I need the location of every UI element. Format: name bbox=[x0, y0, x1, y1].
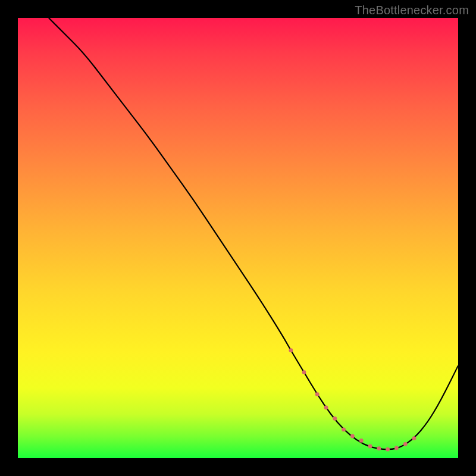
highlight-dot bbox=[386, 447, 390, 452]
highlight-dot bbox=[315, 392, 320, 396]
highlight-dots bbox=[289, 348, 416, 451]
highlight-dot bbox=[359, 439, 364, 443]
curve-svg bbox=[18, 18, 458, 458]
highlight-dot bbox=[394, 446, 399, 450]
highlight-dot bbox=[377, 446, 381, 450]
highlight-dot bbox=[302, 370, 306, 374]
chart-frame: TheBottlenecker.com bbox=[0, 0, 476, 476]
highlight-dot bbox=[350, 434, 355, 439]
watermark-text: TheBottlenecker.com bbox=[355, 4, 469, 17]
highlight-dot bbox=[333, 416, 337, 421]
plot-area bbox=[18, 18, 458, 458]
highlight-dot bbox=[324, 406, 328, 410]
highlight-dot bbox=[342, 428, 346, 432]
highlight-dot bbox=[289, 348, 293, 352]
bottleneck-curve bbox=[49, 18, 458, 449]
highlight-dot bbox=[368, 444, 372, 449]
highlight-dot bbox=[412, 436, 416, 440]
highlight-dot bbox=[403, 442, 408, 446]
